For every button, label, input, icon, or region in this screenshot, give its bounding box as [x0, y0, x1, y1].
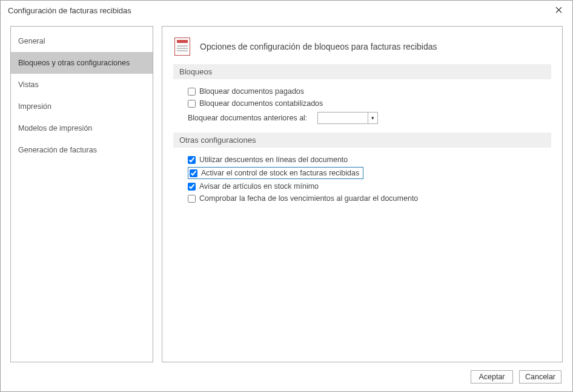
sidebar-item-impresion[interactable]: Impresión	[11, 96, 153, 117]
section-title-otras: Otras configuraciones	[173, 132, 551, 148]
button-label: Aceptar	[479, 373, 505, 381]
checkbox-label: Avisar de artículos en stock mínimo	[199, 182, 319, 191]
checkbox-descuentos[interactable]: Utilizar descuentos en líneas del docume…	[188, 154, 551, 166]
sidebar-item-label: General	[18, 37, 45, 45]
checkbox-input[interactable]	[188, 195, 196, 203]
checkbox-label: Utilizar descuentos en líneas del docume…	[199, 155, 348, 164]
checkbox-label: Comprobar la fecha de los vencimientos a…	[199, 194, 418, 203]
dialog-footer: Aceptar Cancelar	[1, 362, 572, 391]
date-anteriores-row: Bloquear documentos anteriores al: ▾	[188, 109, 551, 126]
button-label: Cancelar	[525, 373, 555, 381]
date-anteriores-picker[interactable]: ▾	[317, 112, 378, 124]
sidebar-item-label: Modelos de impresión	[18, 124, 92, 132]
close-button[interactable]	[545, 1, 572, 20]
close-icon	[555, 5, 562, 15]
section-bloqueos: Bloquear documentos pagados Bloquear doc…	[173, 85, 551, 130]
document-icon	[174, 38, 190, 56]
checkbox-input[interactable]	[188, 88, 196, 96]
checkbox-docs-pagados[interactable]: Bloquear documentos pagados	[188, 85, 551, 97]
sidebar-item-label: Generación de facturas	[18, 146, 97, 154]
sidebar-item-modelos[interactable]: Modelos de impresión	[11, 117, 153, 139]
sidebar-item-generacion[interactable]: Generación de facturas	[11, 139, 153, 161]
sidebar-item-label: Vistas	[18, 80, 39, 89]
titlebar: Configuración de facturas recibidas	[1, 1, 572, 20]
sidebar-item-bloqueos[interactable]: Bloqueos y otras configuraciones	[11, 52, 153, 74]
checkbox-fechas-venc[interactable]: Comprobar la fecha de los vencimientos a…	[188, 192, 551, 204]
checkbox-control-stock[interactable]: Activar el control de stock en facturas …	[188, 167, 363, 179]
date-anteriores-value	[318, 113, 368, 123]
checkbox-input[interactable]	[188, 156, 196, 164]
section-otras: Utilizar descuentos en líneas del docume…	[173, 154, 551, 208]
checkbox-label: Bloquear documentos pagados	[199, 87, 304, 96]
checkbox-stock-min[interactable]: Avisar de artículos en stock mínimo	[188, 180, 551, 192]
page-title: Opciones de configuración de bloqueos pa…	[200, 42, 437, 51]
checkbox-input[interactable]	[190, 169, 197, 177]
checkbox-input[interactable]	[188, 183, 196, 191]
sidebar-item-vistas[interactable]: Vistas	[11, 74, 153, 96]
section-title-bloqueos: Bloqueos	[173, 64, 551, 79]
workarea: General Bloqueos y otras configuraciones…	[10, 26, 563, 362]
accept-button[interactable]: Aceptar	[471, 370, 513, 384]
chevron-down-icon: ▾	[368, 113, 377, 123]
page-header: Opciones de configuración de bloqueos pa…	[174, 38, 550, 56]
main-panel: Opciones de configuración de bloqueos pa…	[162, 26, 563, 362]
checkbox-label: Activar el control de stock en facturas …	[201, 169, 359, 177]
sidebar-item-general[interactable]: General	[11, 30, 153, 52]
checkbox-label: Bloquear documentos contabilizados	[199, 99, 323, 108]
cancel-button[interactable]: Cancelar	[519, 370, 561, 384]
sidebar-item-label: Impresión	[18, 102, 51, 111]
date-anteriores-label: Bloquear documentos anteriores al:	[188, 114, 309, 122]
sidebar-item-label: Bloqueos y otras configuraciones	[18, 59, 130, 67]
window-title: Configuración de facturas recibidas	[8, 6, 131, 15]
sidebar: General Bloqueos y otras configuraciones…	[10, 26, 153, 362]
checkbox-input[interactable]	[188, 100, 196, 108]
checkbox-docs-contabilizados[interactable]: Bloquear documentos contabilizados	[188, 97, 551, 109]
